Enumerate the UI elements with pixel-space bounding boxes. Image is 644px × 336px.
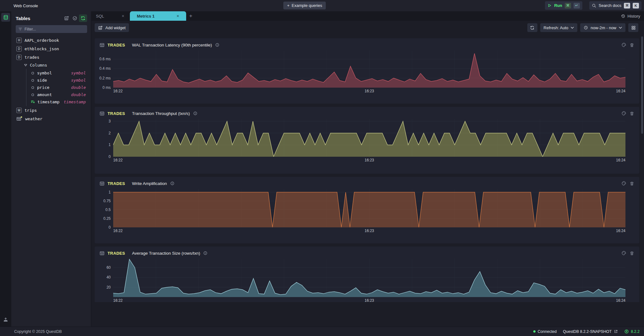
connected-dot <box>533 330 536 333</box>
run-button[interactable]: Run ⌘ ↵ <box>545 1 582 10</box>
palette-icon[interactable] <box>621 42 626 47</box>
columns-toggle[interactable]: Columns <box>11 62 91 69</box>
widget-throughput: TRADES Transaction Throughput (txn/s) 32… <box>95 107 639 174</box>
info-icon <box>193 111 197 116</box>
column-row-price[interactable]: price double <box>26 84 91 91</box>
column-row-timestamp[interactable]: timestamp timestamp <box>26 98 91 106</box>
widget-title: Average Transaction Size (rows/txn) <box>132 251 200 256</box>
x-axis: 16:2216:2316:24 <box>113 228 625 234</box>
close-icon[interactable]: × <box>177 14 179 19</box>
grid-icon <box>631 25 636 30</box>
write-amplification-chart[interactable] <box>113 189 625 227</box>
layout-grid-button[interactable] <box>628 23 638 32</box>
upload-tray-icon <box>3 317 8 322</box>
refresh-mode-dropdown[interactable]: Refresh: Auto <box>540 23 578 32</box>
table-item-ethblocks-json[interactable]: D ethblocks_json <box>11 45 91 53</box>
history-icon <box>621 14 625 19</box>
throughput-chart[interactable] <box>113 119 625 157</box>
chevron-down-icon <box>619 27 622 29</box>
version-link[interactable]: QuestDB 8.2.2-SNAPSHOT <box>563 329 618 334</box>
y-axis: 3210 <box>95 119 113 157</box>
toolbar-right: Refresh: Auto now-2m - now <box>527 23 638 32</box>
table-type-badge: H <box>16 38 22 43</box>
metrics-toolbar: Add widget Refresh: Auto now-2m - now <box>92 21 644 35</box>
add-metrics-button[interactable] <box>63 14 71 22</box>
palette-icon[interactable] <box>621 181 626 186</box>
widget-title: Write Amplification <box>132 181 167 186</box>
trash-icon[interactable] <box>630 251 634 256</box>
cmd-key-badge: ⌘ <box>565 3 571 8</box>
new-tab-button[interactable]: + <box>186 11 196 21</box>
table-label: TRADES <box>108 43 125 47</box>
import-button[interactable] <box>0 317 11 322</box>
main-area: SQL × Metrics 1 × + History Add widget R… <box>92 11 644 327</box>
filter-box <box>16 25 87 33</box>
column-row-amount[interactable]: amount double <box>26 91 91 98</box>
tables-sidebar: Tables H AAPL_orderbook D ethblocks_json… <box>11 11 91 327</box>
time-range-dropdown[interactable]: now-2m - now <box>580 23 625 32</box>
sidebar-header: Tables <box>11 11 91 24</box>
info-icon <box>170 181 175 186</box>
select-tables-button[interactable] <box>71 14 79 22</box>
table-icon <box>100 181 104 186</box>
table-type-badge: D <box>16 46 22 51</box>
trash-icon[interactable] <box>630 43 634 47</box>
update-circle-icon <box>624 329 629 334</box>
designated-timestamp-icon <box>31 100 35 104</box>
refresh-icon <box>80 16 86 21</box>
table-label: TRADES <box>108 111 125 116</box>
widget-title: Transaction Throughput (txn/s) <box>132 111 190 116</box>
tab-sql[interactable]: SQL × <box>92 11 129 21</box>
wal-latency-chart[interactable] <box>113 51 625 88</box>
refresh-dashboard-button[interactable] <box>527 23 537 32</box>
clock-icon <box>584 25 588 30</box>
sidebar-title: Tables <box>16 16 63 21</box>
database-icon <box>3 15 8 20</box>
history-button[interactable]: History <box>621 11 640 21</box>
widget-wal-latency: TRADES WAL Transaction Latency (90th per… <box>95 38 639 104</box>
palette-icon[interactable] <box>621 251 626 256</box>
column-row-symbol[interactable]: symbol symbol <box>26 69 91 77</box>
tables-panel-button[interactable] <box>1 13 10 22</box>
table-grid-star-icon <box>16 116 22 122</box>
check-circle-icon <box>72 16 77 21</box>
add-chart-icon <box>64 16 69 21</box>
palette-icon[interactable] <box>621 111 626 116</box>
table-item-trades[interactable]: D trades <box>11 53 91 62</box>
k-key-badge: K <box>633 3 639 8</box>
search-docs-button[interactable]: Search docs ⌘ K <box>589 1 641 10</box>
refresh-tables-button[interactable] <box>79 14 87 22</box>
y-axis: 10.750.50.250 <box>95 189 113 227</box>
add-widget-button[interactable]: Add widget <box>95 23 129 32</box>
table-item-trips[interactable]: M trips <box>11 106 91 115</box>
chevron-down-icon <box>571 27 574 29</box>
filter-icon <box>18 27 22 31</box>
enter-key-badge: ↵ <box>574 3 580 8</box>
search-icon <box>592 3 596 8</box>
columns-list: symbol symbol side symbol price double a… <box>26 69 91 106</box>
x-axis: 16:2216:2316:24 <box>113 157 625 163</box>
trash-icon[interactable] <box>630 111 634 116</box>
scrollbar-thumb[interactable] <box>641 36 643 134</box>
tab-metrics-1[interactable]: Metrics 1 × <box>130 11 186 21</box>
table-item-aapl-orderbook[interactable]: H AAPL_orderbook <box>11 36 91 45</box>
example-queries-button[interactable]: + Example queries <box>283 2 326 9</box>
close-icon[interactable]: × <box>122 14 124 19</box>
play-icon <box>547 3 552 8</box>
column-circle-icon <box>31 86 35 89</box>
update-available[interactable]: 8.2.2 <box>624 329 640 334</box>
info-icon <box>203 251 208 255</box>
avg-txn-size-chart[interactable] <box>113 259 625 297</box>
filter-input[interactable] <box>25 27 75 31</box>
table-type-badge: M <box>16 108 22 113</box>
caret-down-icon <box>24 64 27 67</box>
app-title: Web Console <box>14 3 38 8</box>
plus-icon: + <box>287 3 290 8</box>
trash-icon[interactable] <box>630 181 634 186</box>
status-bar: Copyright © 2025 QuestDB Connected Quest… <box>0 327 644 336</box>
column-row-side[interactable]: side symbol <box>26 77 91 84</box>
left-icon-rail <box>0 11 11 327</box>
table-item-weather[interactable]: weather <box>11 115 91 123</box>
dashboard-content: TRADES WAL Transaction Latency (90th per… <box>92 35 644 302</box>
widget-title: WAL Transaction Latency (90th percentile… <box>132 43 212 47</box>
